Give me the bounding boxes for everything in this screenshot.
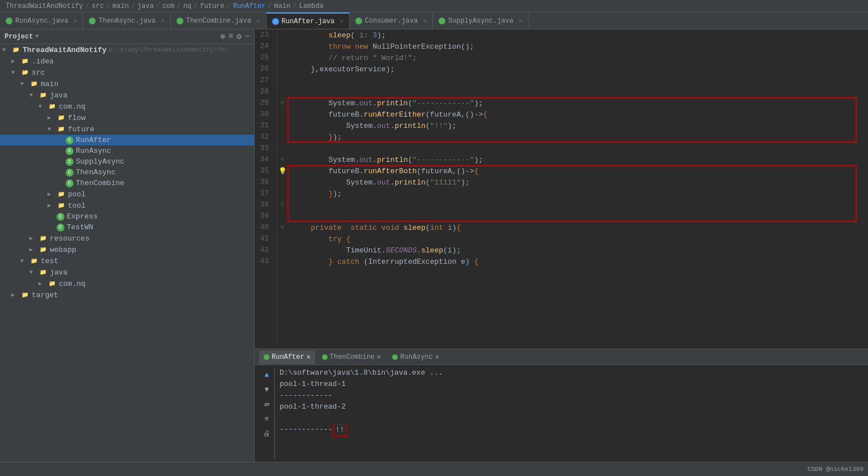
code-indent xyxy=(293,156,328,164)
code-line-23: sleep( i: 3); xyxy=(293,29,868,41)
settings-icon[interactable]: ⚙ xyxy=(237,32,241,41)
code-token: . xyxy=(390,122,395,130)
code-editor[interactable]: 23 24 25 26 27 28 29 30 31 32 33 34 35 3… xyxy=(255,29,868,349)
tab-then-async[interactable]: ThenAsync.java ✕ xyxy=(83,12,170,29)
line-num: 33 xyxy=(255,143,272,154)
tree-item-main[interactable]: ▼ 📁 main xyxy=(0,78,254,89)
code-token: } xyxy=(328,133,333,141)
tree-item-future[interactable]: ▼ 📁 future xyxy=(0,123,254,135)
tree-item-idea[interactable]: ▶ 📁 .idea xyxy=(0,55,254,67)
scroll-up-btn[interactable]: ▲ xyxy=(261,370,273,381)
tree-item-test-java[interactable]: ▼ 📁 java xyxy=(0,267,254,278)
console-tab-then-combine[interactable]: ThenCombine ✕ xyxy=(317,350,385,364)
tree-item-src[interactable]: ▼ 📁 src xyxy=(0,67,254,78)
scroll-down-btn[interactable]: ▼ xyxy=(261,384,273,396)
code-indent xyxy=(293,110,328,119)
tree-item-com-nq[interactable]: ▼ 📁 com.nq xyxy=(0,101,254,112)
code-token: sleep xyxy=(421,246,443,255)
fold-marker[interactable]: ▽ xyxy=(277,97,287,109)
code-token xyxy=(342,224,351,232)
close-icon[interactable]: ✕ xyxy=(377,353,381,361)
console-area: RunAfter ✕ ThenCombine ✕ RunAsync ✕ ▲ xyxy=(255,349,868,462)
tree-item-label: webapp xyxy=(50,246,76,254)
tree-item-RunAsync[interactable]: ▶ C RunAsync xyxy=(0,145,254,156)
locate-icon[interactable]: ⊕ xyxy=(220,32,225,41)
tree-item-java[interactable]: ▼ 📁 java xyxy=(0,89,254,101)
code-token: } xyxy=(328,190,333,198)
console-tab-run-async[interactable]: RunAsync ✕ xyxy=(388,350,444,364)
close-icon[interactable]: ✕ xyxy=(161,17,165,24)
breadcrumb-item[interactable]: main xyxy=(113,2,129,10)
tree-item-tool[interactable]: ▶ 📁 tool xyxy=(0,200,254,211)
close-icon[interactable]: ✕ xyxy=(307,353,311,361)
tab-run-async[interactable]: RunAsync.java ✕ xyxy=(0,12,83,29)
breadcrumb-item[interactable]: nq xyxy=(183,2,191,10)
tree-item-flow[interactable]: ▶ 📁 flow xyxy=(0,112,254,123)
breadcrumb-item[interactable]: java xyxy=(137,2,154,10)
lightbulb-icon[interactable]: 💡 xyxy=(277,165,287,177)
gutter-item xyxy=(277,143,287,154)
gutter-item xyxy=(277,41,287,52)
tree-item-pool[interactable]: ▶ 📁 pool xyxy=(0,188,254,200)
tree-item-TestWN[interactable]: ▶ C TestWN xyxy=(0,222,254,233)
breadcrumb-item[interactable]: ThreadWaitAndNotify xyxy=(6,2,83,10)
code-token: println xyxy=(394,178,426,187)
wrap-btn[interactable]: ⇌ xyxy=(261,399,273,410)
line-num: 39 xyxy=(255,211,272,222)
tree-item-SupplyAsync[interactable]: ▶ C SupplyAsync xyxy=(0,156,254,167)
tree-item-ThenAsync[interactable]: ▶ C ThenAsync xyxy=(0,167,254,178)
breadcrumb-item[interactable]: main xyxy=(274,2,291,10)
tab-label: ThenCombine.java xyxy=(186,17,251,25)
tree-item-ThenCombine[interactable]: ▶ C ThenCombine xyxy=(0,178,254,188)
close-icon[interactable]: ✕ xyxy=(340,18,343,25)
gutter-item xyxy=(277,120,287,131)
tab-run-after[interactable]: RunAfter.java ✕ xyxy=(267,12,350,29)
dropdown-arrow-icon[interactable]: ▼ xyxy=(35,33,38,40)
tree-item-test[interactable]: ▼ 📁 test xyxy=(0,255,254,267)
breadcrumb-sep: / xyxy=(293,2,297,10)
fold-marker[interactable]: ▽ xyxy=(277,154,287,165)
code-indent xyxy=(293,167,328,175)
tree-item-root[interactable]: ▼ 📁 ThreadWaitAndNotify E:\study\ThreadW… xyxy=(0,44,254,55)
tab-label: ThenAsync.java xyxy=(98,17,156,25)
java-icon xyxy=(272,18,279,25)
tab-then-combine[interactable]: ThenCombine.java ✕ xyxy=(171,12,267,29)
code-token: i: xyxy=(355,31,372,40)
close-icon[interactable]: ✕ xyxy=(74,17,78,24)
code-indent xyxy=(293,122,346,130)
fold-marker[interactable]: ▽ xyxy=(277,222,287,233)
minimize-icon[interactable]: − xyxy=(245,32,250,41)
tree-item-resources[interactable]: ▶ 📁 resources xyxy=(0,233,254,244)
collapse-icon[interactable]: ≡ xyxy=(229,32,233,41)
tree-item-webapp[interactable]: ▶ 📁 webapp xyxy=(0,244,254,255)
tab-consumer[interactable]: Consumer.java ✕ xyxy=(350,12,433,29)
close-icon[interactable]: ✕ xyxy=(518,17,522,24)
breadcrumb-item[interactable]: src xyxy=(92,2,104,10)
breadcrumb-item[interactable]: Lambda xyxy=(299,2,324,10)
code-token: runAfterEither xyxy=(364,110,426,119)
arrow-icon: ▼ xyxy=(20,81,29,87)
close-icon[interactable]: ✕ xyxy=(423,17,427,24)
filter-btn[interactable]: ≡ xyxy=(261,414,273,425)
tree-item-test-com-nq[interactable]: ▶ 📁 com.nq xyxy=(0,278,254,289)
line-num: 34 xyxy=(255,154,272,165)
tree-item-RunAfter[interactable]: ▶ C RunAfter xyxy=(0,135,254,145)
close-icon[interactable]: ✕ xyxy=(435,353,439,361)
code-token: . xyxy=(372,156,377,164)
fold-marker[interactable]: ▽ xyxy=(277,199,287,211)
tree-item-Express[interactable]: ▶ C Express xyxy=(0,211,254,222)
tree-item-target[interactable]: ▶ 📁 target xyxy=(0,289,254,301)
editor-wrapper: 23 24 25 26 27 28 29 30 31 32 33 34 35 3… xyxy=(255,29,868,462)
console-tab-run-after[interactable]: RunAfter ✕ xyxy=(259,350,315,364)
code-token: ( xyxy=(408,99,412,108)
close-icon[interactable]: ✕ xyxy=(256,17,260,24)
arrow-icon: ▶ xyxy=(29,235,38,242)
breadcrumb-item[interactable]: RunAfter xyxy=(233,2,266,10)
code-token xyxy=(443,224,448,232)
breadcrumb-item[interactable]: com xyxy=(162,2,175,10)
breadcrumb-item[interactable]: future xyxy=(200,2,224,10)
code-indent xyxy=(293,65,311,74)
tab-supply-async[interactable]: SupplyAsync.java ✕ xyxy=(433,12,528,29)
code-token: (i); xyxy=(443,246,461,255)
print-btn[interactable]: 🖨 xyxy=(261,428,273,440)
